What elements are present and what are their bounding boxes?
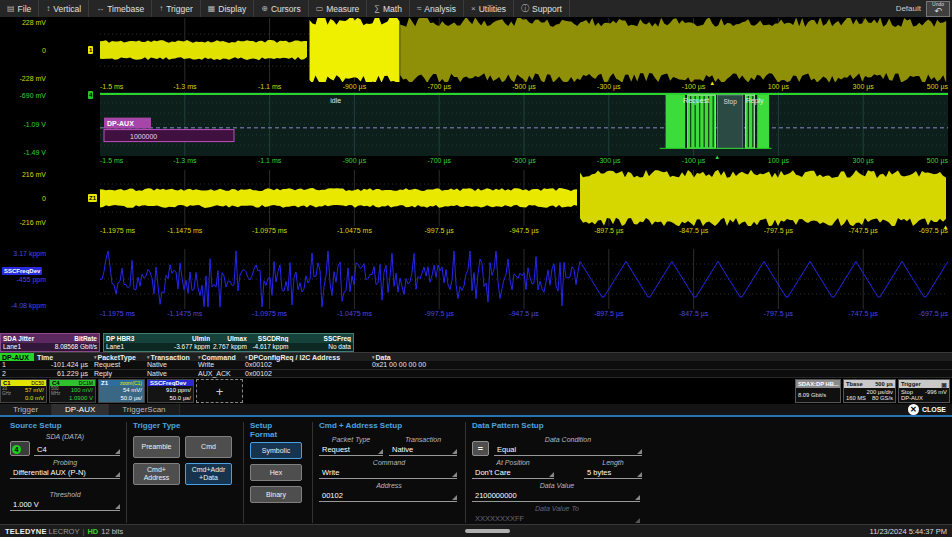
time-tick: -1.1 ms — [258, 83, 281, 90]
measure-icon: ▭ — [316, 4, 324, 13]
probing-combo[interactable]: Differential AUX (P-N) — [10, 467, 120, 479]
setup-format-hex[interactable]: Hex — [250, 464, 302, 481]
menu-item-file[interactable]: ▤File — [0, 0, 39, 17]
decode-column-header[interactable]: Time — [34, 354, 92, 361]
time-tick: -697.5 µs — [919, 310, 948, 317]
data-value-field[interactable]: 2100000000 — [472, 490, 640, 502]
svg-text:Request: Request — [683, 97, 709, 105]
summary-value-cell: 2.767 kppm — [210, 343, 247, 350]
undo-button[interactable]: Undo ↶ — [926, 1, 950, 17]
bandwidth-label: 500MHz — [51, 387, 60, 396]
trace-badge-sscfreqdev: SSCFreqDev — [2, 267, 42, 275]
math-icon: ∑ — [374, 4, 380, 13]
sda-info-box[interactable]: SDAX:DP HB... 8.09 Gbit/s — [795, 379, 841, 403]
tab-dp-aux[interactable]: DP-AUX — [52, 404, 109, 415]
decode-table-row[interactable]: 1-101.424 µsRequestNativeWrite0x001020x2… — [0, 361, 952, 370]
close-button[interactable]: ✕ CLOSE — [902, 404, 952, 415]
status-drag-handle[interactable] — [465, 529, 510, 533]
summary-header-cell: UImin — [158, 335, 211, 342]
menu-item-timebase[interactable]: ↔Timebase — [89, 0, 152, 17]
menu-item-trigger[interactable]: ↑Trigger — [152, 0, 201, 17]
tab-triggerscan[interactable]: TriggerScan — [109, 404, 179, 415]
menu-item-display[interactable]: ▦Display — [201, 0, 254, 17]
time-tick: -947.5 µs — [509, 310, 538, 317]
dialog-content: Source Setup SDA (DATA) 4 C4 Probing Dif… — [0, 417, 952, 525]
threshold-field[interactable]: 1.000 V — [10, 499, 120, 511]
sample-rate: 80 GS/s — [872, 395, 893, 401]
descriptor-values: 33GHz57 mV/0.0 mV — [1, 386, 46, 402]
add-trace-button[interactable]: + — [196, 379, 243, 403]
time-tick: -797.5 µs — [764, 310, 793, 317]
y-axis-label: -216 mV — [0, 218, 46, 225]
trigger-type-cmd[interactable]: Cmd — [185, 436, 232, 458]
menu-item-measure[interactable]: ▭Measure — [309, 0, 368, 17]
time-tick: -100 µs — [682, 157, 706, 164]
waveform-plots: 228 mV0-228 mV1-1.5 ms-1.3 ms-1.1 ms-900… — [0, 18, 952, 319]
menu-item-analysis[interactable]: ≈Analysis — [410, 0, 464, 17]
menu-item-math[interactable]: ∑Math — [367, 0, 410, 17]
address-label: Address — [319, 482, 459, 489]
trigger-type-preamble[interactable]: Preamble — [133, 436, 180, 458]
descriptor-c1[interactable]: C1DC5033GHz57 mV/0.0 mV — [0, 379, 47, 403]
time-tick: -700 µs — [427, 83, 451, 90]
packet-type-combo[interactable]: Request — [319, 444, 383, 456]
offset-value: 50.0 µs/ — [150, 395, 191, 403]
summary-value-cell: Lane1 — [106, 343, 158, 350]
trigger-type-cmd-address[interactable]: Cmd+ Address — [133, 463, 180, 485]
command-combo[interactable]: Write — [319, 467, 457, 479]
sort-arrow-icon: ▾ — [372, 354, 375, 360]
setup-format-symbolic[interactable]: Symbolic — [250, 442, 302, 459]
decode-table-row[interactable]: 261.229 µsReplyNativeAUX_ACK0x00102 — [0, 370, 952, 379]
decode-cell: Native — [145, 370, 196, 377]
menu-item-support[interactable]: ⓘSupport — [514, 0, 570, 17]
plot-area-c4-dpaux[interactable]: StopidleRequestReplyDP-AUX1000000-1.5 ms… — [100, 92, 948, 166]
decode-column-header[interactable]: ▾DPConfigReq / I2C Address — [243, 354, 370, 361]
time-axis-c4-dpaux: -1.5 ms-1.3 ms-1.1 ms-900 µs-700 µs-500 … — [100, 156, 948, 166]
cmd-address-section: Cmd + Address Setup Packet Type Request … — [313, 420, 465, 525]
decode-column-header[interactable]: ▾Transaction — [145, 354, 196, 361]
trigger-type-cmd-addr-data[interactable]: Cmd+Addr +Data — [185, 463, 232, 485]
time-tick: -897.5 µs — [594, 227, 623, 234]
summary-header-cell: SSCFreq — [289, 335, 351, 342]
plot-area-z1-zoom[interactable]: -1.1975 ms-1.1475 ms-1.0975 ms-1.0475 ms… — [100, 170, 948, 236]
equal-condition-button[interactable]: = — [472, 441, 489, 456]
packet-type-label: Packet Type — [319, 436, 383, 443]
time-tick: -997.5 µs — [425, 310, 454, 317]
decode-column-header[interactable]: ▾PacketType — [92, 354, 145, 361]
trigger-body: Stop -996 mV DP-AUX — [899, 388, 949, 402]
summary-header-cell: UImax — [210, 335, 247, 342]
descriptor-c4[interactable]: C4DC1M500MHz100 mV/1.0900 V — [49, 379, 96, 403]
decode-cell: 0x00102 — [243, 370, 370, 377]
menu-item-utilities[interactable]: ×Utilities — [464, 0, 514, 17]
decode-column-header[interactable]: ▾Command — [196, 354, 243, 361]
sda-source-combo[interactable]: C4 — [34, 444, 120, 456]
tab-trigger[interactable]: Trigger — [0, 404, 52, 415]
descriptor-z1[interactable]: Z1zoom(C1)54 mV/50.0 µs/ — [98, 379, 145, 403]
source-setup-title: Source Setup — [10, 421, 120, 430]
at-position-combo[interactable]: Don't Care — [472, 467, 554, 479]
menu-item-cursors[interactable]: ⊕Cursors — [254, 0, 308, 17]
svg-text:DP-AUX: DP-AUX — [107, 120, 134, 127]
length-combo[interactable]: 5 bytes — [584, 467, 642, 479]
y-axis-label: -228 mV — [0, 74, 46, 81]
summary-header-cell: SSCDRng — [247, 335, 289, 342]
decode-cell: -101.424 µs — [34, 361, 92, 368]
time-axis-c1-main: -1.5 ms-1.3 ms-1.1 ms-900 µs-700 µs-500 … — [100, 82, 948, 92]
plot-area-sscfreqdev[interactable]: -1.1975 ms-1.1475 ms-1.0975 ms-1.0475 ms… — [100, 249, 948, 319]
time-tick: -1.0475 ms — [337, 227, 372, 234]
descriptor-sscfreqdev[interactable]: SSCFreqDev910 ppm/50.0 µs/ — [147, 379, 194, 403]
address-field[interactable]: 00102 — [319, 490, 457, 502]
probe-button[interactable]: 4 — [10, 441, 30, 456]
trigger-info-box[interactable]: Trigger ▣ Stop -996 mV DP-AUX — [898, 379, 950, 403]
menu-item-label: Trigger — [166, 4, 193, 14]
setup-format-binary[interactable]: Binary — [250, 486, 302, 503]
decode-column-header[interactable]: ▾Data — [370, 354, 952, 361]
timebase-info-box[interactable]: Tbase 500 µs 200 µs/div 160 MS 80 GS/s — [843, 379, 896, 403]
acquisition-info-boxes: SDAX:DP HB... 8.09 Gbit/s Tbase 500 µs 2… — [795, 379, 950, 403]
transaction-combo[interactable]: Native — [389, 444, 457, 456]
menu-item-vertical[interactable]: ↕Vertical — [39, 0, 89, 17]
sort-arrow-icon: ▾ — [198, 354, 201, 360]
plot-area-c1-main[interactable]: -1.5 ms-1.3 ms-1.1 ms-900 µs-700 µs-500 … — [100, 18, 948, 92]
data-condition-combo[interactable]: Equal — [494, 444, 642, 456]
time-tick: -1.1975 ms — [100, 227, 135, 234]
